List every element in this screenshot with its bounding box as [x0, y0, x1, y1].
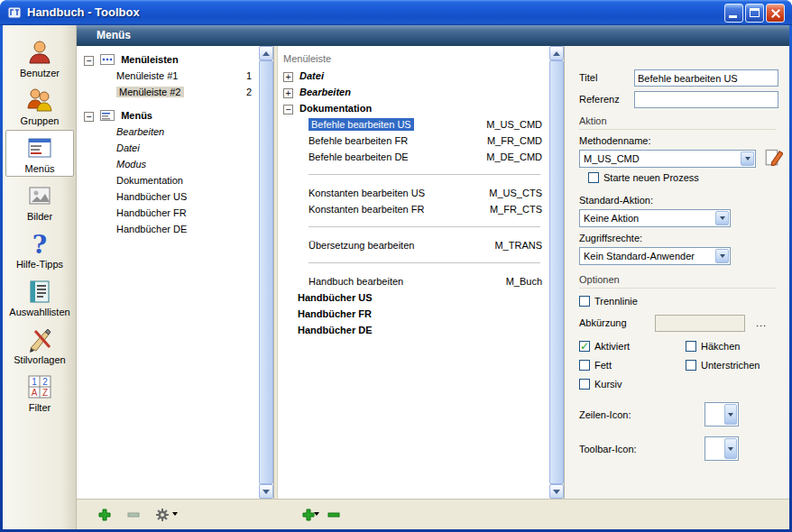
- sidebar-item-menus[interactable]: Menüs: [5, 130, 74, 177]
- menu-node-bearbeiten[interactable]: Bearbeiten: [278, 84, 549, 100]
- menu-entry-konstanten-us[interactable]: Konstanten bearbeiten US M_US_CTS: [278, 185, 549, 201]
- dropdown-arrow[interactable]: [715, 249, 729, 263]
- methodenname-dropdown[interactable]: M_US_CMD: [579, 150, 756, 168]
- standard-aktion-dropdown[interactable]: Keine Aktion: [579, 209, 731, 227]
- sidebar-item-gruppen[interactable]: Gruppen: [5, 82, 74, 129]
- checkbox-box[interactable]: [579, 379, 590, 390]
- zugriffsrechte-dropdown[interactable]: Kein Standard-Anwender: [579, 247, 731, 265]
- zeilen-icon-dropdown[interactable]: [705, 402, 739, 427]
- scroll-up-button[interactable]: [259, 46, 273, 60]
- sidebar-item-bilder[interactable]: Bilder: [5, 178, 74, 225]
- add-menubar-button[interactable]: [95, 505, 115, 525]
- collapse-icon[interactable]: [84, 56, 94, 66]
- settings-dropdown-arrow[interactable]: [172, 512, 178, 516]
- remove-menu-entry-button[interactable]: [324, 505, 344, 525]
- add-entry-dropdown-arrow[interactable]: [314, 512, 319, 516]
- menu-node-dokumentation[interactable]: Dokumentation: [278, 100, 549, 116]
- menu-entry-befehle-us[interactable]: Befehle bearbeiten US M_US_CMD: [278, 116, 549, 133]
- scrollbar[interactable]: [549, 46, 564, 499]
- standard-aktion-label: Standard-Aktion:: [579, 195, 653, 206]
- maximize-button[interactable]: [745, 4, 764, 23]
- menu-entry-konstanten-fr[interactable]: Konstanten bearbeiten FR M_FR_CTS: [278, 201, 549, 217]
- tree-item-datei[interactable]: Datei: [77, 140, 259, 156]
- referenz-input[interactable]: [634, 91, 778, 108]
- scroll-thumb[interactable]: [549, 60, 564, 484]
- kursiv-checkbox[interactable]: Kursiv: [579, 378, 622, 390]
- menu-node-handbuecher-fr[interactable]: Handbücher FR: [278, 306, 549, 322]
- scrollbar[interactable]: [259, 46, 273, 499]
- method-code: M_FR_CTS: [490, 201, 542, 217]
- bottom-toolbar: [77, 499, 789, 529]
- app-window: Handbuch - Toolbox Benutzer: [0, 0, 792, 532]
- unterstrichen-checkbox[interactable]: Unterstrichen: [686, 359, 760, 371]
- window-body: Benutzer Gruppen Menü: [3, 25, 789, 529]
- expand-icon[interactable]: [283, 72, 293, 82]
- sidebar-item-auswahllisten[interactable]: Auswahllisten: [5, 273, 74, 320]
- fett-checkbox[interactable]: Fett: [579, 359, 612, 371]
- checkbox-box[interactable]: [579, 360, 590, 371]
- scroll-up-button[interactable]: [549, 46, 564, 60]
- menu-node-handbuecher-de[interactable]: Handbücher DE: [278, 322, 549, 338]
- item-count: 1: [246, 68, 252, 84]
- checkbox-box[interactable]: [686, 341, 696, 352]
- trennlinie-checkbox[interactable]: Trennlinie: [579, 295, 638, 307]
- menu-entry-befehle-fr[interactable]: Befehle bearbeiten FR M_FR_CMD: [278, 133, 549, 149]
- dropdown-arrow[interactable]: [715, 211, 729, 225]
- menu-node-handbuecher-us[interactable]: Handbücher US: [278, 289, 549, 306]
- aktiviert-checkbox[interactable]: Aktiviert: [579, 340, 630, 353]
- dropdown-arrow[interactable]: [724, 404, 737, 425]
- abkuerzung-more-button[interactable]: ...: [756, 317, 767, 328]
- minimize-button[interactable]: [724, 4, 743, 23]
- abkuerzung-input[interactable]: [655, 315, 745, 332]
- collapse-icon[interactable]: [283, 105, 293, 115]
- svg-text:2: 2: [42, 377, 48, 387]
- tree-item-menuleiste-1[interactable]: Menüleiste #1 1: [77, 68, 259, 84]
- sidebar-item-stilvorlagen[interactable]: Stilvorlagen: [5, 321, 74, 368]
- collapse-icon[interactable]: [84, 112, 94, 122]
- sidebar-item-filter[interactable]: 1 2 A Z Filter: [5, 369, 74, 416]
- checkbox-box[interactable]: [588, 172, 599, 183]
- scroll-down-button[interactable]: [259, 484, 273, 499]
- menu-node-datei[interactable]: Datei: [278, 68, 549, 84]
- expand-icon[interactable]: [283, 88, 293, 98]
- menu-entry-uebersetzung[interactable]: Übersetzung bearbeiten M_TRANS: [278, 237, 549, 253]
- menu-entry-befehle-de[interactable]: Befehle bearbeiten DE M_DE_CMD: [278, 149, 549, 165]
- checkbox-box[interactable]: [579, 341, 590, 352]
- maximize-icon: [750, 8, 760, 17]
- method-code: M_US_CMD: [486, 116, 542, 133]
- remove-menubar-button[interactable]: [124, 505, 143, 525]
- close-button[interactable]: [766, 4, 785, 23]
- checkbox-box[interactable]: [579, 296, 590, 307]
- plus-icon: [97, 508, 112, 522]
- sidebar-item-benutzer[interactable]: Benutzer: [5, 34, 74, 81]
- tree-item-dokumentation[interactable]: Dokumentation: [77, 172, 259, 188]
- sidebar-item-hilfe-tipps[interactable]: ? Hilfe-Tipps: [5, 225, 74, 272]
- tree-item-modus[interactable]: Modus: [77, 156, 259, 172]
- dropdown-arrow[interactable]: [724, 438, 737, 459]
- tree-item-handbuecher-us[interactable]: Handbücher US: [77, 188, 259, 205]
- title-bar[interactable]: Handbuch - Toolbox: [0, 0, 792, 25]
- settings-button[interactable]: [152, 505, 172, 525]
- method-code: M_Buch: [506, 273, 542, 289]
- titel-input[interactable]: [634, 69, 778, 87]
- tree-item-bearbeiten[interactable]: Bearbeiten: [77, 124, 259, 140]
- tree-group-menus[interactable]: Menüs: [77, 107, 259, 124]
- scroll-thumb[interactable]: [259, 60, 273, 484]
- menubar-tree: Menüleisten Menüleiste #1 1 Menüleiste #…: [77, 46, 259, 499]
- menubar-icon: [100, 54, 115, 65]
- checkbox-box[interactable]: [686, 360, 696, 371]
- starte-prozess-checkbox[interactable]: Starte neuen Prozess: [588, 171, 699, 184]
- abkuerzung-label: Abkürzung: [579, 317, 627, 328]
- images-icon: [25, 181, 54, 210]
- toolbar-icon-dropdown[interactable]: [705, 436, 739, 461]
- haekchen-checkbox[interactable]: Häkchen: [686, 340, 740, 353]
- tree-item-handbuecher-de[interactable]: Handbücher DE: [77, 221, 259, 237]
- tree-item-menuleiste-2[interactable]: Menüleiste #2 2: [77, 84, 259, 100]
- tree-item-handbuecher-fr[interactable]: Handbücher FR: [77, 205, 259, 221]
- scroll-down-button[interactable]: [549, 484, 564, 499]
- menu-entry-handbuch[interactable]: Handbuch bearbeiten M_Buch: [278, 273, 549, 289]
- menu-separator: [278, 253, 549, 273]
- dropdown-arrow[interactable]: [741, 151, 754, 166]
- tree-group-menuleisten[interactable]: Menüleisten: [77, 51, 259, 68]
- edit-method-button[interactable]: [765, 148, 783, 166]
